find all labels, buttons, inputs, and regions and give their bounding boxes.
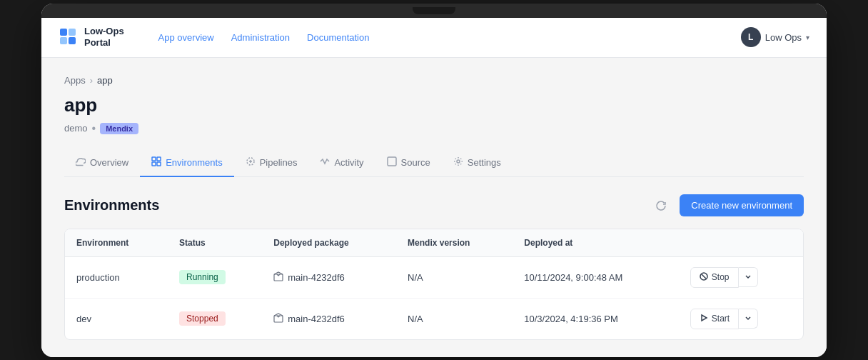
env-package-dev: main-4232df6 [262,298,396,339]
col-deployed-at: Deployed at [513,229,679,257]
grid-icon [151,156,161,169]
status-badge-stopped: Stopped [179,311,226,326]
logo-icon [59,27,79,47]
env-actions-dev: Start [679,298,803,339]
start-button[interactable]: Start [690,309,739,329]
col-actions [679,229,803,257]
env-deployed-at-production: 10/11/2024, 9:00:48 AM [513,256,679,298]
svg-rect-4 [152,157,156,161]
source-icon [387,156,397,169]
env-deployed-at-dev: 10/3/2024, 4:19:36 PM [513,298,679,339]
svg-rect-6 [152,162,156,166]
tab-overview-label: Overview [90,157,128,168]
demo-label: demo [64,123,88,134]
user-chevron-icon: ▾ [806,34,809,41]
svg-rect-9 [388,157,396,166]
device-frame: Low-Ops Portal App overview Administrati… [41,4,827,357]
breadcrumb-current: app [97,75,113,86]
start-dropdown-button[interactable] [739,309,758,329]
user-menu[interactable]: L Low Ops ▾ [741,27,809,47]
breadcrumb-separator: › [90,75,93,86]
tab-environments[interactable]: Environments [140,149,233,177]
tab-source[interactable]: Source [375,149,442,177]
refresh-button[interactable] [650,194,672,217]
cloud-icon [76,156,86,169]
col-environment: Environment [65,229,168,257]
env-name-dev: dev [65,298,168,339]
user-avatar: L [741,27,761,47]
logo-text: Low-Ops Portal [84,26,124,48]
activity-icon [320,156,330,169]
svg-line-13 [702,274,706,279]
env-mendix-version-dev: N/A [396,298,513,339]
user-name: Low Ops [765,32,802,43]
col-mendix-version: Mendix version [396,229,513,257]
tabs: Overview Environments [64,149,804,177]
env-actions-production: Stop [679,256,803,298]
page-title: app [64,94,804,116]
tab-environments-label: Environments [166,157,222,168]
nav-link-documentation[interactable]: Documentation [307,32,369,43]
stop-icon [700,272,708,283]
stop-dropdown-button[interactable] [739,267,758,287]
tab-pipelines[interactable]: Pipelines [234,149,309,177]
tab-pipelines-label: Pipelines [260,157,298,168]
environments-title: Environments [64,197,159,214]
create-environment-button[interactable]: Create new environment [680,194,804,216]
table-row: production Running [65,256,803,298]
device-notch [413,7,455,14]
svg-rect-1 [69,29,76,36]
col-status: Status [168,229,262,257]
environments-table: Environment Status Deployed package Mend… [64,229,804,340]
stop-button[interactable]: Stop [690,267,739,288]
col-deployed-package: Deployed package [262,229,396,257]
svg-rect-7 [157,162,161,166]
env-status-production: Running [168,256,262,298]
package-name-dev: main-4232df6 [288,314,345,324]
stop-label: Stop [712,272,730,282]
tab-settings[interactable]: Settings [442,149,513,177]
env-package-production: main-4232df6 [262,256,396,298]
section-header: Environments Create new environment [64,194,804,217]
svg-rect-3 [69,37,76,44]
play-icon [700,314,708,324]
mendix-badge: Mendix [100,123,138,134]
svg-marker-15 [702,315,707,321]
env-mendix-version-production: N/A [396,256,513,298]
table-row: dev Stopped [65,298,803,339]
start-label: Start [712,314,730,324]
logo-area: Low-Ops Portal [59,26,124,48]
tab-activity-label: Activity [334,157,363,168]
breadcrumb-apps[interactable]: Apps [64,75,86,86]
top-nav: Low-Ops Portal App overview Administrati… [41,18,827,58]
settings-icon [453,156,463,169]
page-meta: demo • Mendix [64,122,804,135]
svg-point-10 [457,160,460,163]
svg-rect-2 [60,37,67,44]
tab-settings-label: Settings [468,157,501,168]
tab-overview[interactable]: Overview [64,149,140,177]
package-icon [273,313,283,325]
pipelines-icon [246,156,256,169]
table-header-row: Environment Status Deployed package Mend… [65,229,803,257]
tab-source-label: Source [401,157,430,168]
package-name-production: main-4232df6 [288,272,345,283]
breadcrumb: Apps › app [64,75,804,86]
env-name-production: production [65,256,168,298]
app-container: Low-Ops Portal App overview Administrati… [41,18,827,357]
nav-link-administration[interactable]: Administration [231,32,290,43]
tab-activity[interactable]: Activity [308,149,375,177]
svg-rect-0 [60,29,67,36]
main-content: Apps › app app demo • Mendix [41,58,827,357]
nav-links: App overview Administration Documentatio… [158,32,718,43]
nav-link-app-overview[interactable]: App overview [158,32,214,43]
status-badge-running: Running [179,270,226,284]
env-status-dev: Stopped [168,298,262,339]
package-icon [273,271,283,284]
svg-rect-5 [157,157,161,161]
meta-dot: • [92,122,96,135]
section-actions: Create new environment [650,194,804,217]
device-bar [41,4,827,18]
